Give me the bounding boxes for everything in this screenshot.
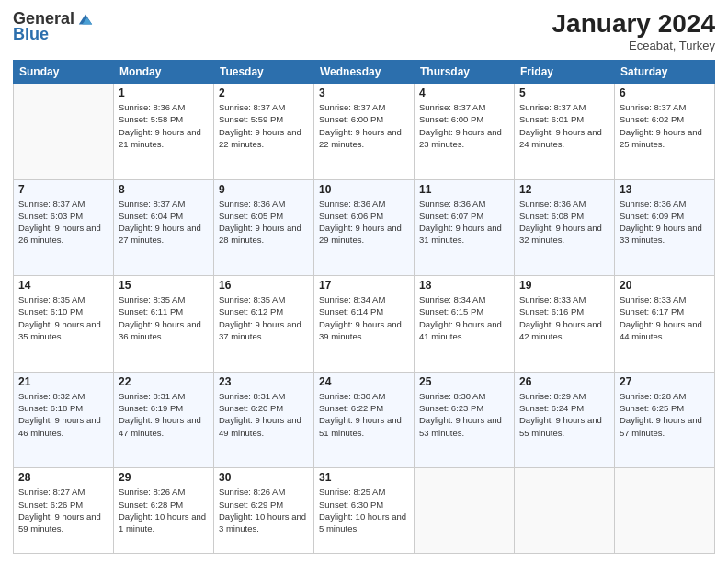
day-info: Sunrise: 8:30 AMSunset: 6:22 PMDaylight:… xyxy=(319,390,409,439)
table-row: 31 Sunrise: 8:25 AMSunset: 6:30 PMDaylig… xyxy=(314,468,415,554)
day-number: 5 xyxy=(519,86,609,99)
day-number: 29 xyxy=(119,471,209,484)
day-info: Sunrise: 8:36 AMSunset: 6:09 PMDaylight:… xyxy=(620,198,710,247)
day-info: Sunrise: 8:35 AMSunset: 6:10 PMDaylight:… xyxy=(18,293,108,342)
day-number: 15 xyxy=(119,279,209,292)
day-info: Sunrise: 8:37 AMSunset: 6:03 PMDaylight:… xyxy=(18,198,108,247)
title-area: January 2024 Eceabat, Turkey xyxy=(552,9,715,52)
day-info: Sunrise: 8:32 AMSunset: 6:18 PMDaylight:… xyxy=(18,390,108,439)
table-row: 22 Sunrise: 8:31 AMSunset: 6:19 PMDaylig… xyxy=(114,372,214,468)
day-number: 19 xyxy=(519,279,609,292)
table-row: 11 Sunrise: 8:36 AMSunset: 6:07 PMDaylig… xyxy=(415,179,515,276)
table-row: 28 Sunrise: 8:27 AMSunset: 6:26 PMDaylig… xyxy=(14,468,114,554)
table-row: 9 Sunrise: 8:36 AMSunset: 6:05 PMDayligh… xyxy=(214,179,314,276)
day-info: Sunrise: 8:36 AMSunset: 5:58 PMDaylight:… xyxy=(119,101,209,150)
day-info: Sunrise: 8:35 AMSunset: 6:12 PMDaylight:… xyxy=(219,293,309,342)
table-row: 6 Sunrise: 8:37 AMSunset: 6:02 PMDayligh… xyxy=(615,84,715,180)
day-number: 9 xyxy=(219,183,309,196)
calendar-week-row: 21 Sunrise: 8:32 AMSunset: 6:18 PMDaylig… xyxy=(14,372,715,468)
day-number: 14 xyxy=(18,279,108,292)
table-row: 19 Sunrise: 8:33 AMSunset: 6:16 PMDaylig… xyxy=(515,276,615,373)
day-info: Sunrise: 8:26 AMSunset: 6:29 PMDaylight:… xyxy=(219,486,309,534)
table-row: 30 Sunrise: 8:26 AMSunset: 6:29 PMDaylig… xyxy=(214,468,314,554)
calendar-week-row: 14 Sunrise: 8:35 AMSunset: 6:10 PMDaylig… xyxy=(14,276,715,373)
day-info: Sunrise: 8:36 AMSunset: 6:08 PMDaylight:… xyxy=(519,198,609,247)
header-thursday: Thursday xyxy=(415,61,515,84)
header-sunday: Sunday xyxy=(14,61,114,84)
day-info: Sunrise: 8:34 AMSunset: 6:15 PMDaylight:… xyxy=(419,293,509,342)
table-row: 17 Sunrise: 8:34 AMSunset: 6:14 PMDaylig… xyxy=(314,276,415,373)
day-info: Sunrise: 8:28 AMSunset: 6:25 PMDaylight:… xyxy=(620,390,710,439)
day-info: Sunrise: 8:34 AMSunset: 6:14 PMDaylight:… xyxy=(319,293,409,342)
day-number: 8 xyxy=(119,183,209,196)
table-row: 18 Sunrise: 8:34 AMSunset: 6:15 PMDaylig… xyxy=(415,276,515,373)
logo: General Blue xyxy=(13,9,94,44)
table-row: 2 Sunrise: 8:37 AMSunset: 5:59 PMDayligh… xyxy=(214,84,314,180)
day-info: Sunrise: 8:31 AMSunset: 6:19 PMDaylight:… xyxy=(119,390,209,439)
table-row: 27 Sunrise: 8:28 AMSunset: 6:25 PMDaylig… xyxy=(615,372,715,468)
table-row: 10 Sunrise: 8:36 AMSunset: 6:06 PMDaylig… xyxy=(314,179,415,276)
day-number: 18 xyxy=(419,279,509,292)
table-row: 23 Sunrise: 8:31 AMSunset: 6:20 PMDaylig… xyxy=(214,372,314,468)
day-number: 7 xyxy=(18,183,108,196)
day-info: Sunrise: 8:26 AMSunset: 6:28 PMDaylight:… xyxy=(119,486,209,534)
header-monday: Monday xyxy=(114,61,214,84)
header-saturday: Saturday xyxy=(615,61,715,84)
table-row: 12 Sunrise: 8:36 AMSunset: 6:08 PMDaylig… xyxy=(515,179,615,276)
table-row: 3 Sunrise: 8:37 AMSunset: 6:00 PMDayligh… xyxy=(314,84,415,180)
day-number: 6 xyxy=(620,86,710,99)
day-number: 1 xyxy=(119,86,209,99)
day-number: 13 xyxy=(620,183,710,196)
day-number: 22 xyxy=(119,375,209,388)
day-info: Sunrise: 8:31 AMSunset: 6:20 PMDaylight:… xyxy=(219,390,309,439)
table-row: 15 Sunrise: 8:35 AMSunset: 6:11 PMDaylig… xyxy=(114,276,214,373)
table-row: 8 Sunrise: 8:37 AMSunset: 6:04 PMDayligh… xyxy=(114,179,214,276)
day-number: 25 xyxy=(419,375,509,388)
table-row: 14 Sunrise: 8:35 AMSunset: 6:10 PMDaylig… xyxy=(14,276,114,373)
day-number: 4 xyxy=(419,86,509,99)
calendar-week-row: 1 Sunrise: 8:36 AMSunset: 5:58 PMDayligh… xyxy=(14,84,715,180)
day-info: Sunrise: 8:37 AMSunset: 6:04 PMDaylight:… xyxy=(119,198,209,247)
day-number: 11 xyxy=(419,183,509,196)
day-number: 10 xyxy=(319,183,409,196)
table-row: 1 Sunrise: 8:36 AMSunset: 5:58 PMDayligh… xyxy=(114,84,214,180)
day-info: Sunrise: 8:37 AMSunset: 6:02 PMDaylight:… xyxy=(620,101,710,150)
day-info: Sunrise: 8:33 AMSunset: 6:16 PMDaylight:… xyxy=(519,293,609,342)
header-tuesday: Tuesday xyxy=(214,61,314,84)
table-row: 25 Sunrise: 8:30 AMSunset: 6:23 PMDaylig… xyxy=(415,372,515,468)
day-number: 26 xyxy=(519,375,609,388)
table-row: 24 Sunrise: 8:30 AMSunset: 6:22 PMDaylig… xyxy=(314,372,415,468)
day-info: Sunrise: 8:37 AMSunset: 6:00 PMDaylight:… xyxy=(419,101,509,150)
day-info: Sunrise: 8:37 AMSunset: 5:59 PMDaylight:… xyxy=(219,101,309,150)
day-number: 27 xyxy=(620,375,710,388)
calendar-table: Sunday Monday Tuesday Wednesday Thursday… xyxy=(13,60,715,554)
table-row xyxy=(14,84,114,180)
table-row xyxy=(615,468,715,554)
logo-blue: Blue xyxy=(13,25,49,44)
table-row: 13 Sunrise: 8:36 AMSunset: 6:09 PMDaylig… xyxy=(615,179,715,276)
day-number: 16 xyxy=(219,279,309,292)
day-info: Sunrise: 8:25 AMSunset: 6:30 PMDaylight:… xyxy=(319,486,409,534)
day-info: Sunrise: 8:29 AMSunset: 6:24 PMDaylight:… xyxy=(519,390,609,439)
day-number: 12 xyxy=(519,183,609,196)
day-number: 20 xyxy=(620,279,710,292)
day-number: 17 xyxy=(319,279,409,292)
table-row xyxy=(515,468,615,554)
header-friday: Friday xyxy=(515,61,615,84)
day-info: Sunrise: 8:36 AMSunset: 6:05 PMDaylight:… xyxy=(219,198,309,247)
day-info: Sunrise: 8:36 AMSunset: 6:06 PMDaylight:… xyxy=(319,198,409,247)
day-info: Sunrise: 8:37 AMSunset: 6:01 PMDaylight:… xyxy=(519,101,609,150)
header-wednesday: Wednesday xyxy=(314,61,415,84)
calendar-week-row: 28 Sunrise: 8:27 AMSunset: 6:26 PMDaylig… xyxy=(14,468,715,554)
day-info: Sunrise: 8:37 AMSunset: 6:00 PMDaylight:… xyxy=(319,101,409,150)
day-number: 2 xyxy=(219,86,309,99)
day-number: 3 xyxy=(319,86,409,99)
day-number: 30 xyxy=(219,471,309,484)
day-info: Sunrise: 8:36 AMSunset: 6:07 PMDaylight:… xyxy=(419,198,509,247)
day-number: 23 xyxy=(219,375,309,388)
day-info: Sunrise: 8:30 AMSunset: 6:23 PMDaylight:… xyxy=(419,390,509,439)
table-row: 21 Sunrise: 8:32 AMSunset: 6:18 PMDaylig… xyxy=(14,372,114,468)
weekday-header-row: Sunday Monday Tuesday Wednesday Thursday… xyxy=(14,61,715,84)
location: Eceabat, Turkey xyxy=(552,39,715,52)
table-row: 7 Sunrise: 8:37 AMSunset: 6:03 PMDayligh… xyxy=(14,179,114,276)
